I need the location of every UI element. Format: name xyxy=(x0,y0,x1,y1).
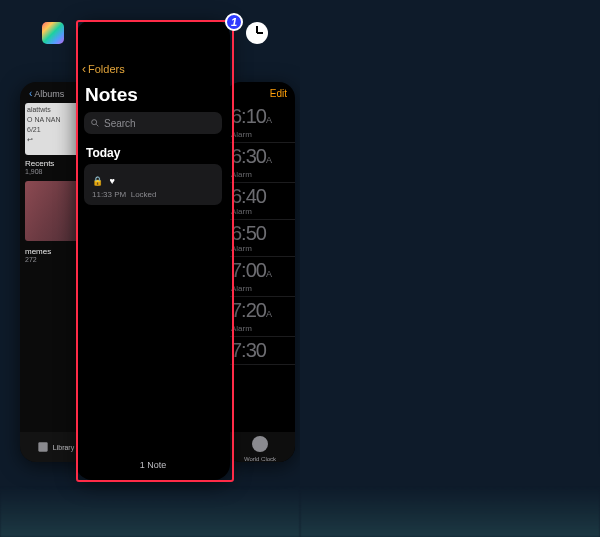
dock-blur xyxy=(300,487,600,537)
alarm-row[interactable]: 6:10AAlarm xyxy=(225,103,295,143)
notes-app-card[interactable]: ‹ Folders Notes Search Today 🔒 ♥ 11:33 P… xyxy=(76,20,230,480)
chevron-left-icon: ‹ xyxy=(25,86,34,99)
folder-section-title: Today xyxy=(76,134,230,164)
folders-back-button[interactable]: ‹ Folders xyxy=(76,48,230,76)
search-icon xyxy=(90,118,100,128)
svg-point-2 xyxy=(92,120,97,125)
note-list-item[interactable]: 🔒 ♥ 11:33 PM Locked xyxy=(84,164,222,205)
edit-button[interactable]: Edit xyxy=(225,82,295,103)
note-count-label: 1 Note xyxy=(76,460,230,470)
note-status: Locked xyxy=(131,190,157,199)
alarm-row[interactable]: 6:50Alarm xyxy=(225,220,295,257)
album-thumb-2[interactable] xyxy=(25,181,83,241)
photos-app-icon[interactable] xyxy=(42,22,64,44)
search-field[interactable]: Search xyxy=(84,112,222,134)
album-thumb-1[interactable]: alattwts O NA NAN 6/21 ↩︎ xyxy=(25,103,83,155)
library-tab-label[interactable]: Library xyxy=(53,444,74,451)
alarm-row[interactable]: 6:40Alarm xyxy=(225,183,295,220)
clock-tabbar: World Clock xyxy=(225,432,295,462)
search-placeholder: Search xyxy=(104,118,136,129)
clock-app-card[interactable]: Edit 6:10AAlarm 6:30AAlarm 6:40Alarm 6:5… xyxy=(225,82,295,462)
notes-screen-title: Notes xyxy=(76,76,230,112)
svg-point-1 xyxy=(252,436,268,452)
dock-blur xyxy=(0,487,300,537)
albums-tab-label: Albums xyxy=(34,89,64,99)
alarm-row[interactable]: 7:30 xyxy=(225,337,295,365)
world-clock-tab-label[interactable]: World Clock xyxy=(244,456,276,462)
alarm-row[interactable]: 6:30AAlarm xyxy=(225,143,295,183)
alarm-row[interactable]: 7:20AAlarm xyxy=(225,297,295,337)
tutorial-step-1: ‹Albums alattwts O NA NAN 6/21 ↩︎ Recent… xyxy=(0,0,300,537)
alarm-row[interactable]: 7:00AAlarm xyxy=(225,257,295,297)
library-icon[interactable] xyxy=(36,440,50,454)
chevron-left-icon: ‹ xyxy=(82,62,86,76)
note-time: 11:33 PM xyxy=(92,190,126,199)
svg-rect-0 xyxy=(38,442,47,451)
tutorial-step-2: ‹Albums alattwts O NA NAN 6/21 ↩︎ Recent… xyxy=(300,0,600,537)
step-marker-1: 1 xyxy=(225,13,243,31)
clock-app-icon[interactable] xyxy=(246,22,268,44)
svg-line-3 xyxy=(96,124,98,126)
world-clock-icon[interactable] xyxy=(248,432,272,456)
lock-icon: 🔒 xyxy=(92,176,103,186)
note-title: ♥ xyxy=(109,176,114,186)
